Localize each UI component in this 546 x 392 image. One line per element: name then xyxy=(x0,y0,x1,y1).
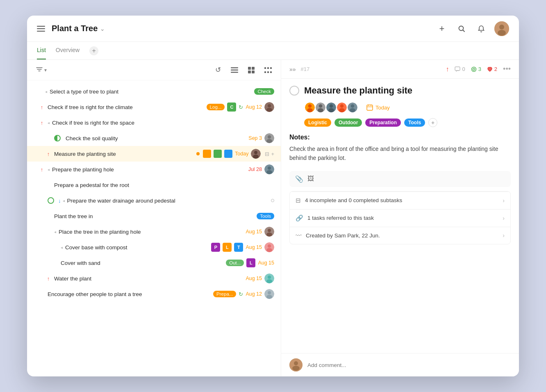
row-add-icon[interactable]: + xyxy=(271,151,274,157)
task-row[interactable]: ↑ ◂ Prepare the planting hole Jul 28 xyxy=(27,162,281,177)
tab-list[interactable]: List xyxy=(37,42,46,59)
menu-icon[interactable] xyxy=(37,26,45,32)
refresh-button[interactable]: ↺ xyxy=(213,64,223,76)
task-list-panel: ▾ ↺ ◂ Selec xyxy=(27,60,281,376)
notifications-button[interactable] xyxy=(475,22,488,35)
task-row[interactable]: ↑ Measure the planting site Today ⊟ + xyxy=(27,146,281,162)
svg-rect-6 xyxy=(231,69,238,71)
task-list-toolbar: ▾ ↺ xyxy=(27,60,281,80)
assignee-avatar xyxy=(304,102,316,113)
subtasks-row[interactable]: ⊟ 4 incomplete and 0 completed subtasks … xyxy=(290,191,510,209)
svg-point-28 xyxy=(268,166,271,170)
svg-point-49 xyxy=(319,104,323,108)
priority-up-icon: ↑ xyxy=(45,276,52,282)
svg-point-40 xyxy=(268,291,271,294)
svg-rect-10 xyxy=(248,71,251,73)
tab-overview[interactable]: Overview xyxy=(56,42,80,59)
avatar xyxy=(264,289,274,299)
notes-label: Notes: xyxy=(289,134,511,141)
svg-point-0 xyxy=(459,26,464,30)
assignee-avatar xyxy=(315,102,326,113)
task-row[interactable]: ◂ Place the tree in the planting hole Au… xyxy=(27,224,281,239)
detail-date: Today xyxy=(366,104,390,111)
link-icon: 🔗 xyxy=(296,214,303,222)
detail-body: Measure the planting site Today xyxy=(281,79,519,353)
svg-point-23 xyxy=(266,139,272,143)
svg-point-52 xyxy=(330,104,333,108)
tag-outdoor[interactable]: Outdoor xyxy=(334,119,362,127)
svg-point-46 xyxy=(308,104,312,108)
expand-icon[interactable]: »» xyxy=(289,66,296,73)
task-row[interactable]: Cover with sand Out... L Aug 15 xyxy=(27,255,281,271)
image-icon[interactable]: 🖼 xyxy=(307,175,314,182)
svg-point-55 xyxy=(340,104,344,108)
list-view-button[interactable] xyxy=(228,66,241,75)
avatar xyxy=(264,164,274,174)
priority-icon[interactable]: ↑ xyxy=(446,66,449,73)
sync-icon: ↻ xyxy=(239,104,243,110)
svg-rect-8 xyxy=(248,67,251,70)
complete-circle[interactable] xyxy=(289,86,299,96)
assignee-avatar xyxy=(325,102,337,113)
subtask-arrow-icon: › xyxy=(503,197,505,204)
tag-add-button[interactable]: + xyxy=(428,118,437,127)
options-button[interactable] xyxy=(262,66,274,75)
project-title: Plant a Tree xyxy=(52,24,98,33)
task-row[interactable]: ↑ Check if tree is right for the climate… xyxy=(27,99,281,115)
attachments-row: 📎 🖼 xyxy=(289,171,511,187)
priority-up-icon: ↑ xyxy=(39,166,45,173)
referred-text: 1 tasks referred to this task xyxy=(307,215,503,221)
avatar xyxy=(264,102,274,112)
task-row[interactable]: ◂ Select a type of tree to plant Check xyxy=(27,84,281,99)
svg-point-26 xyxy=(253,155,259,159)
created-arrow-icon: › xyxy=(503,232,505,239)
task-row[interactable]: Encourage other people to plant a tree P… xyxy=(27,286,281,302)
filter-button[interactable]: ▾ xyxy=(34,66,49,75)
main-content: ▾ ↺ ◂ Selec xyxy=(27,60,519,376)
comment-input[interactable] xyxy=(307,362,511,368)
add-button[interactable]: + xyxy=(435,22,448,35)
svg-point-43 xyxy=(471,67,476,71)
top-bar: Plant a Tree ⌄ + xyxy=(27,16,519,42)
avatar xyxy=(251,149,261,159)
detail-task-title: Measure the planting site xyxy=(304,85,412,96)
svg-point-41 xyxy=(266,295,272,299)
assignee-avatar xyxy=(347,102,358,113)
task-circle xyxy=(54,135,61,141)
task-row[interactable]: ↓ ◂ Prepare the water drainage around pe… xyxy=(27,193,281,208)
task-row[interactable]: Check the soil quality Sep 3 xyxy=(27,130,281,146)
task-row[interactable]: Prepare a pedestal for the root xyxy=(27,177,281,193)
task-id: #17 xyxy=(301,66,310,72)
attachment-icon[interactable]: 📎 xyxy=(295,175,303,183)
referred-tasks-row[interactable]: 🔗 1 tasks referred to this task › xyxy=(290,209,510,227)
svg-point-29 xyxy=(266,170,272,174)
comment-count: 0 xyxy=(455,66,465,72)
detail-header: »» #17 ↑ 0 3 2 xyxy=(281,60,519,79)
tag-tools[interactable]: Tools xyxy=(404,119,425,127)
task-row[interactable]: ↑ ◂ Check if tree is right for the space xyxy=(27,115,281,130)
svg-rect-11 xyxy=(252,71,255,73)
detail-title-row: Measure the planting site xyxy=(289,85,511,96)
task-row[interactable]: Plant the tree in Tools xyxy=(27,208,281,224)
tag-logistic[interactable]: Logistic xyxy=(304,119,331,127)
svg-rect-12 xyxy=(264,67,266,69)
task-row[interactable]: ◂ Cover base with compost P L T Aug 15 xyxy=(27,239,281,255)
svg-point-25 xyxy=(254,151,257,154)
task-detail-panel: »» #17 ↑ 0 3 2 xyxy=(281,60,519,376)
svg-rect-60 xyxy=(367,105,373,110)
notes-text: Check the area in front of the office an… xyxy=(289,144,511,163)
more-options-button[interactable]: ••• xyxy=(503,65,511,73)
svg-point-20 xyxy=(266,108,272,112)
created-by-row[interactable]: 〰 Created by Sam Park, 22 Jun. › xyxy=(290,227,510,244)
svg-point-37 xyxy=(268,276,271,279)
project-chevron-icon[interactable]: ⌄ xyxy=(100,25,105,32)
tab-add-button[interactable]: + xyxy=(89,46,98,55)
svg-rect-13 xyxy=(267,67,269,69)
row-settings-icon[interactable]: ⊟ xyxy=(265,151,269,157)
grid-view-button[interactable] xyxy=(246,65,257,75)
tag-preparation[interactable]: Preparation xyxy=(365,119,401,127)
task-row[interactable]: ↑ Water the plant Aug 15 xyxy=(27,271,281,286)
search-button[interactable] xyxy=(455,22,468,35)
user-avatar[interactable] xyxy=(494,21,509,36)
like-count: 2 xyxy=(487,66,497,72)
